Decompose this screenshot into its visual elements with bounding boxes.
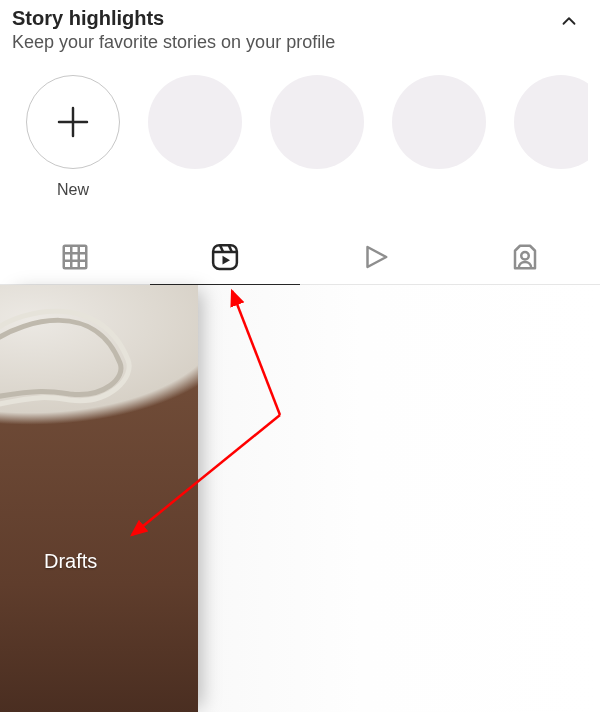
highlights-row: New [12, 75, 588, 199]
svg-marker-11 [223, 255, 231, 264]
reels-content-area: Drafts [0, 285, 600, 712]
highlight-placeholder[interactable] [270, 75, 364, 169]
highlight-placeholder[interactable] [148, 75, 242, 169]
plus-icon [52, 101, 94, 143]
highlights-header[interactable]: Story highlights Keep your favorite stor… [12, 6, 588, 53]
svg-marker-12 [368, 247, 387, 267]
story-highlights-section: Story highlights Keep your favorite stor… [0, 0, 600, 199]
tab-reels[interactable] [150, 229, 300, 284]
tab-video[interactable] [300, 229, 450, 284]
svg-point-13 [521, 252, 529, 260]
highlight-new[interactable]: New [26, 75, 120, 199]
reels-icon [210, 242, 240, 272]
reel-drafts-thumbnail[interactable]: Drafts [0, 285, 198, 712]
highlights-title: Story highlights [12, 6, 335, 30]
highlight-placeholder[interactable] [392, 75, 486, 169]
tab-grid[interactable] [0, 229, 150, 284]
highlight-new-circle[interactable] [26, 75, 120, 169]
highlights-subtitle: Keep your favorite stories on your profi… [12, 32, 335, 53]
svg-rect-7 [213, 245, 237, 269]
highlight-placeholder[interactable] [514, 75, 588, 169]
highlight-new-label: New [57, 181, 89, 199]
tagged-icon [510, 242, 540, 272]
svg-line-15 [232, 291, 280, 415]
highlights-header-text: Story highlights Keep your favorite stor… [12, 6, 335, 53]
thumbnail-wire-detail [0, 305, 140, 425]
drafts-label: Drafts [44, 550, 97, 573]
tab-tagged[interactable] [450, 229, 600, 284]
chevron-up-icon[interactable] [558, 6, 588, 36]
svg-rect-2 [64, 245, 87, 268]
grid-icon [60, 242, 90, 272]
profile-tabs [0, 229, 600, 285]
play-icon [360, 242, 390, 272]
